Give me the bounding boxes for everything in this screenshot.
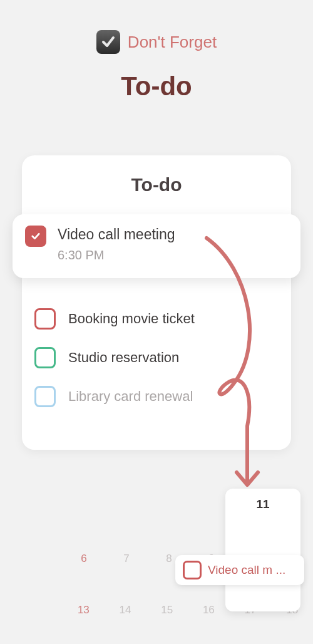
app-icon: [96, 30, 120, 54]
list-item-label: Studio reservation: [68, 349, 179, 367]
todo-list: Booking movie ticket Studio reservation …: [34, 299, 285, 416]
checkbox-icon[interactable]: [34, 386, 56, 407]
checkbox-checked-icon[interactable]: [25, 226, 46, 247]
calendar-day[interactable]: 6: [63, 541, 105, 593]
card-title: To-do: [22, 155, 291, 195]
list-item-label: Library card renewal: [68, 388, 193, 406]
checkbox-icon[interactable]: [34, 308, 56, 330]
popup-day-number: 11: [225, 497, 300, 511]
calendar-day[interactable]: 16: [188, 593, 230, 644]
app-name: Don't Forget: [128, 33, 217, 52]
calendar-day[interactable]: 7: [105, 541, 148, 593]
page-title: To-do: [0, 71, 313, 101]
featured-item[interactable]: Video call meeting 6:30 PM: [13, 214, 300, 278]
list-item-label: Booking movie ticket: [68, 310, 195, 328]
checkbox-icon[interactable]: [183, 561, 202, 579]
list-item[interactable]: Studio reservation: [34, 338, 285, 377]
calendar-event-chip[interactable]: Video call m ...: [175, 555, 304, 585]
checkmark-icon: [30, 231, 41, 242]
calendar-day[interactable]: 14: [105, 593, 146, 644]
list-item[interactable]: Booking movie ticket: [34, 299, 285, 338]
featured-item-time: 6:30 PM: [58, 248, 175, 262]
checkbox-icon[interactable]: [34, 347, 56, 368]
featured-item-label: Video call meeting: [58, 226, 175, 244]
calendar-day[interactable]: 15: [146, 593, 188, 644]
checkmark-icon: [101, 34, 116, 49]
calendar-day-popup[interactable]: 11: [225, 489, 300, 611]
event-chip-label: Video call m ...: [208, 563, 285, 577]
calendar-day[interactable]: 13: [63, 593, 105, 644]
list-item[interactable]: Library card renewal: [34, 377, 285, 416]
